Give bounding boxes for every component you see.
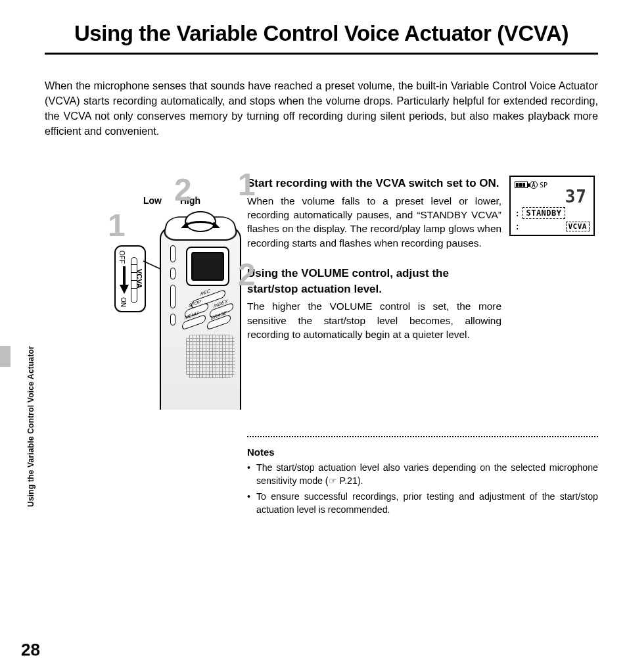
status-vcva: VCVA [566,222,590,231]
note-item: The start/stop actuation level also vari… [247,462,598,488]
step-body: The higher the VOLUME control is set, th… [247,299,501,341]
side-tab-label: Using the Variable Control Voice Actuato… [26,346,35,507]
notes-list: The start/stop actuation level also vari… [247,462,598,517]
step-title: Start recording with the VCVA switch set… [247,176,501,191]
label-low: Low [143,195,162,206]
callout-number-1: 1 [108,207,126,243]
page-title: Using the Variable Control Voice Actuato… [45,21,598,55]
step-number: 2 [238,259,256,291]
callout-number-2: 2 [174,172,192,208]
step-1: 1 Start recording with the VCVA switch s… [247,176,501,250]
battery-icon [515,181,528,188]
rec-mode: SP [540,181,547,189]
lcd-display-icon: A SP 37 : STANDBY : VCVA [509,176,595,236]
notes-heading: Notes [247,446,598,458]
folder-indicator: A [530,181,538,189]
svg-marker-0 [181,222,189,228]
side-tab: Using the Variable Control Voice Actuato… [0,346,17,583]
svg-marker-1 [212,222,220,228]
step-body: When the volume falls to a preset level … [247,194,501,250]
page-number: 28 [21,640,40,660]
status-standby: STANDBY [522,207,565,219]
divider [247,436,598,437]
arrow-down-icon [120,266,129,295]
switch-vcva-label: VCVA [135,269,143,289]
switch-on-label: ON [120,297,127,307]
step-title: Using the VOLUME control, adjust the sta… [247,266,501,297]
vcva-switch-icon: OFF VCVA ON [114,245,146,312]
switch-off-label: OFF [118,251,126,264]
file-number: 37 [515,188,590,205]
step-2: 2 Using the VOLUME control, adjust the s… [247,266,501,341]
recorder-device-icon: REC STOP INDEX MENU ERASE [160,212,241,410]
intro-paragraph: When the microphone senses that sounds h… [45,78,598,139]
device-illustration: Low High 1 2 OFF VCVA ON [45,176,242,425]
note-item: To ensure successful recordings, prior t… [247,491,598,517]
step-number: 1 [238,169,256,201]
